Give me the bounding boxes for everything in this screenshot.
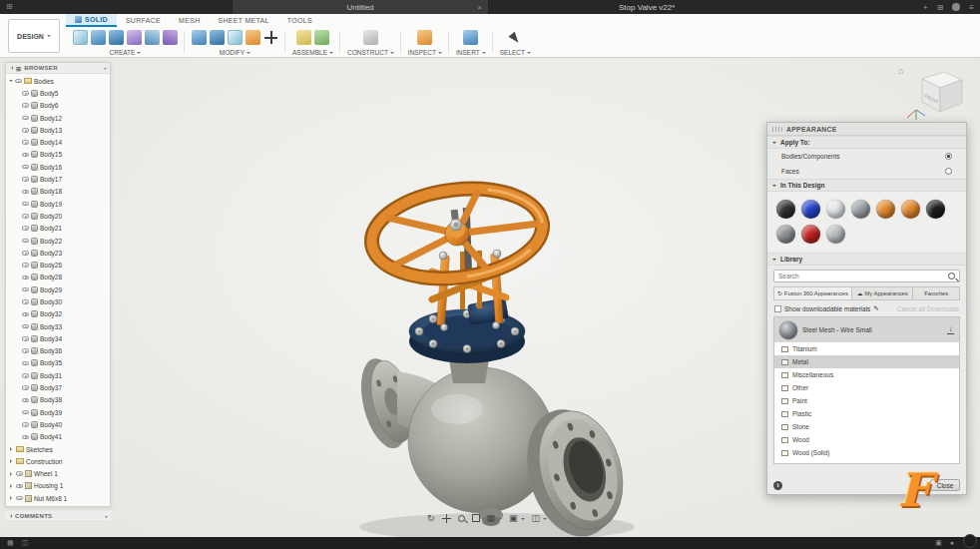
visibility-icon[interactable] xyxy=(22,251,29,256)
valve-3d-model[interactable] xyxy=(329,156,669,549)
section-library[interactable]: Library xyxy=(767,253,966,266)
search-input[interactable] xyxy=(778,273,948,279)
new-sketch-icon[interactable] xyxy=(73,30,88,45)
cancel-downloads-link[interactable]: Cancel all Downloads xyxy=(896,305,959,312)
tree-item-body[interactable]: Body18 xyxy=(6,186,110,198)
tree-item-body[interactable]: Body32 xyxy=(6,308,110,320)
tree-item-folder[interactable]: Construction xyxy=(6,455,110,467)
group-label[interactable]: INSPECT xyxy=(408,49,436,56)
group-label[interactable]: CONSTRUCT xyxy=(347,49,388,56)
tree-item-body[interactable]: Body17 xyxy=(6,173,110,185)
tab-my-appearances[interactable]: ☁ My Appearances xyxy=(852,287,913,299)
visibility-icon[interactable] xyxy=(22,177,29,182)
visibility-icon[interactable] xyxy=(22,214,29,219)
visibility-icon[interactable] xyxy=(22,299,29,304)
ribbon-tab[interactable]: SHEET METAL xyxy=(210,14,278,27)
show-downloadable-checkbox[interactable] xyxy=(774,305,781,312)
tree-item-bodies[interactable]: Bodies xyxy=(6,75,110,87)
section-apply-to[interactable]: Apply To: xyxy=(767,136,966,149)
tree-item-body[interactable]: Body6 xyxy=(6,100,110,112)
apply-to-option-bodies[interactable]: Bodies/Components xyxy=(767,149,966,164)
visibility-icon[interactable] xyxy=(22,140,29,145)
fillet-icon[interactable] xyxy=(210,30,225,45)
visibility-icon[interactable] xyxy=(22,165,29,170)
select-cursor-icon[interactable] xyxy=(509,32,522,46)
user-avatar[interactable] xyxy=(952,3,960,11)
material-swatch[interactable] xyxy=(926,200,945,219)
material-folder-row[interactable]: Plastic xyxy=(774,407,959,420)
status-grid-icon[interactable]: ▦ xyxy=(7,539,14,547)
visibility-icon[interactable] xyxy=(22,287,29,292)
material-swatch[interactable] xyxy=(776,200,795,219)
material-swatch[interactable] xyxy=(901,200,920,219)
visibility-icon[interactable] xyxy=(22,422,29,427)
tree-item-body[interactable]: Body5 xyxy=(6,87,110,99)
visibility-icon[interactable] xyxy=(22,385,29,390)
appearance-header[interactable]: APPEARANCE xyxy=(767,123,966,136)
caret-down-icon[interactable] xyxy=(390,52,394,56)
tree-item-body[interactable]: Body22 xyxy=(6,235,110,247)
tree-item-body[interactable]: Body23 xyxy=(6,247,110,259)
caret-down-icon[interactable] xyxy=(438,52,442,56)
ribbon-tab[interactable]: SOLID xyxy=(66,14,117,27)
ribbon-tab[interactable]: SURFACE xyxy=(117,14,170,27)
visibility-icon[interactable] xyxy=(22,91,29,96)
caret-down-icon[interactable] xyxy=(137,52,141,56)
viewcube[interactable]: ⌂ FRONT xyxy=(900,64,972,124)
move-copy-icon[interactable] xyxy=(263,30,278,45)
material-folder-row[interactable]: Wood (Solid) xyxy=(774,446,959,459)
tree-item-body[interactable]: Body16 xyxy=(6,161,110,173)
status-layout-icon[interactable]: ◫ xyxy=(22,539,29,547)
material-folder-row[interactable]: Miscellaneous xyxy=(774,368,959,381)
fit-view-icon[interactable] xyxy=(472,514,480,522)
tree-item-body[interactable]: Body38 xyxy=(6,394,110,406)
tree-item-body[interactable]: Body21 xyxy=(6,223,110,235)
visibility-icon[interactable] xyxy=(22,312,29,317)
expand-icon[interactable] xyxy=(10,459,14,463)
document-tab[interactable]: Untitled × xyxy=(232,0,489,14)
tree-item-component[interactable]: Housing 1 xyxy=(6,480,110,492)
section-in-this-design[interactable]: In This Design xyxy=(767,179,966,192)
visibility-icon[interactable] xyxy=(22,410,29,415)
visibility-icon[interactable] xyxy=(22,275,29,280)
tree-item-body[interactable]: Body19 xyxy=(6,198,110,210)
tree-item-body[interactable]: Body37 xyxy=(6,381,110,393)
visibility-icon[interactable] xyxy=(22,373,29,378)
tree-item-body[interactable]: Body40 xyxy=(6,418,110,430)
edit-pencil-icon[interactable]: ✎ xyxy=(873,304,878,312)
download-icon[interactable]: ↓ xyxy=(947,325,954,335)
tree-item-body[interactable]: Body12 xyxy=(6,112,110,124)
valve-handwheel[interactable] xyxy=(366,180,547,287)
caret-down-icon[interactable] xyxy=(329,52,333,56)
help-bubble-icon[interactable] xyxy=(963,534,977,548)
tree-item-body[interactable]: Body36 xyxy=(6,345,110,357)
collapse-panel-icon[interactable] xyxy=(8,514,12,518)
tree-item-body[interactable]: Body41 xyxy=(6,431,110,443)
grid-settings-icon[interactable]: ▣ xyxy=(509,513,518,523)
expand-icon[interactable] xyxy=(10,472,14,476)
viewports-icon[interactable]: ◫ xyxy=(532,513,541,523)
section-collapse-icon[interactable] xyxy=(772,142,776,146)
tree-item-body[interactable]: Body35 xyxy=(6,357,110,369)
visibility-icon[interactable] xyxy=(22,336,29,341)
viewcube-cube[interactable]: FRONT xyxy=(900,64,972,124)
visibility-icon[interactable] xyxy=(22,226,29,231)
tab-fusion-appearances[interactable]: ↻ Fusion 360 Appearances xyxy=(774,287,852,299)
caret-down-icon[interactable] xyxy=(246,52,250,56)
visibility-icon[interactable] xyxy=(15,79,22,84)
expand-icon[interactable] xyxy=(9,80,13,84)
visibility-icon[interactable] xyxy=(16,471,23,476)
selected-material-row[interactable]: Steel Mesh - Wire Small ↓ xyxy=(774,317,959,342)
material-swatch[interactable] xyxy=(851,200,870,219)
tree-item-component[interactable]: Nut M6x8 1 xyxy=(6,492,110,504)
extensions-icon[interactable]: ⊞ xyxy=(937,3,944,12)
insert-mesh-icon[interactable] xyxy=(463,30,478,45)
visibility-icon[interactable] xyxy=(22,239,29,244)
visibility-icon[interactable] xyxy=(22,263,29,268)
apply-to-option-faces[interactable]: Faces xyxy=(767,164,966,179)
visibility-icon[interactable] xyxy=(22,324,29,329)
material-folder-row[interactable]: Stone xyxy=(774,420,959,433)
material-folder-row[interactable]: Metal xyxy=(774,355,959,368)
press-pull-icon[interactable] xyxy=(192,30,207,45)
caret-down-icon[interactable] xyxy=(498,518,502,522)
